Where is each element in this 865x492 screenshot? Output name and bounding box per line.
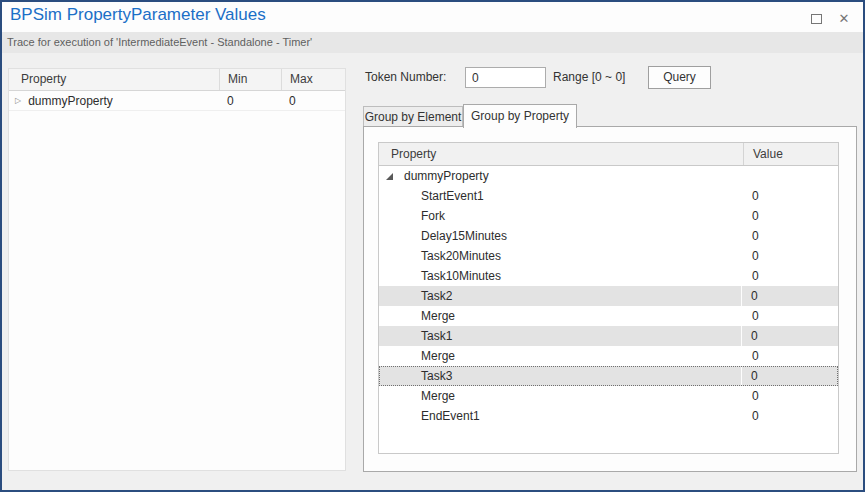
column-header-value: Value <box>743 143 838 165</box>
tab-group-by-element[interactable]: Group by Element <box>363 106 463 127</box>
property-name: Task1 <box>421 326 452 346</box>
table-row[interactable]: dummyProperty <box>379 166 838 186</box>
table-row[interactable]: Fork0 <box>379 206 838 226</box>
property-name: dummyProperty <box>28 91 113 111</box>
table-row[interactable]: EndEvent10 <box>379 406 838 426</box>
property-value-table-body: dummyPropertyStartEvent10Fork0Delay15Min… <box>379 166 838 426</box>
tree-collapsed-icon[interactable]: ▷ <box>15 91 21 111</box>
property-value: 0 <box>743 186 838 206</box>
table-row[interactable]: Merge0 <box>379 306 838 326</box>
property-name: dummyProperty <box>404 166 489 186</box>
property-name: Fork <box>421 206 445 226</box>
property-name: Merge <box>421 306 455 326</box>
table-row[interactable]: Merge0 <box>379 346 838 366</box>
range-label: Range [0 ~ 0] <box>553 66 625 88</box>
property-value: 0 <box>743 306 838 326</box>
table-row[interactable]: Delay15Minutes0 <box>379 226 838 246</box>
maximize-button[interactable] <box>805 10 827 27</box>
property-name: Merge <box>421 386 455 406</box>
property-value: 0 <box>742 366 838 386</box>
property-value: 0 <box>743 386 838 406</box>
max-value: 0 <box>281 91 345 110</box>
table-row[interactable]: Merge0 <box>379 386 838 406</box>
token-number-label: Token Number: <box>365 66 446 88</box>
property-value: 0 <box>743 246 838 266</box>
maximize-icon <box>811 14 822 24</box>
table-row[interactable]: StartEvent10 <box>379 186 838 206</box>
table-row[interactable]: Task10 <box>379 326 838 346</box>
column-header-max: Max <box>281 69 345 90</box>
window-controls: ✕ <box>805 10 855 27</box>
column-header-min: Min <box>219 69 281 90</box>
trace-subtitle: Trace for execution of 'IntermediateEven… <box>2 32 863 53</box>
property-name: Task20Minutes <box>421 246 501 266</box>
column-header-property: Property <box>379 143 743 165</box>
column-header-property: Property <box>9 69 219 90</box>
property-name: EndEvent1 <box>421 406 480 426</box>
property-value: 0 <box>743 266 838 286</box>
property-value: 0 <box>742 326 838 346</box>
property-value-table: Property Value dummyPropertyStartEvent10… <box>378 142 839 454</box>
property-name: Task10Minutes <box>421 266 501 286</box>
close-icon: ✕ <box>839 12 850 25</box>
property-value: 0 <box>743 346 838 366</box>
property-value <box>743 166 838 186</box>
property-name: Merge <box>421 346 455 366</box>
dialog-title: BPSim PropertyParameter Values <box>10 5 266 25</box>
table-row[interactable]: Task20Minutes0 <box>379 246 838 266</box>
table-row[interactable]: Task30 <box>379 366 838 386</box>
property-name: Task2 <box>421 286 452 306</box>
property-value: 0 <box>743 406 838 426</box>
table-row[interactable]: Task10Minutes0 <box>379 266 838 286</box>
property-value: 0 <box>743 226 838 246</box>
tab-group-by-property[interactable]: Group by Property <box>463 104 577 128</box>
property-name: StartEvent1 <box>421 186 484 206</box>
minmax-table: Property Min Max ▷dummyProperty00 <box>8 68 346 471</box>
table-row[interactable]: ▷dummyProperty00 <box>9 91 345 111</box>
bpsim-dialog-window: BPSim PropertyParameter Values ✕ Trace f… <box>0 0 865 492</box>
close-button[interactable]: ✕ <box>833 10 855 27</box>
token-number-input[interactable] <box>465 67 546 88</box>
property-value: 0 <box>743 206 838 226</box>
min-value: 0 <box>219 91 281 110</box>
table-row[interactable]: Task20 <box>379 286 838 306</box>
tree-expanded-icon[interactable] <box>386 173 393 180</box>
property-name: Task3 <box>421 366 452 386</box>
group-by-property-panel: Property Value dummyPropertyStartEvent10… <box>363 126 857 472</box>
property-value: 0 <box>742 286 838 306</box>
query-button[interactable]: Query <box>648 66 711 89</box>
minmax-table-header: Property Min Max <box>9 69 345 91</box>
property-value-table-header: Property Value <box>379 143 838 166</box>
title-bar: BPSim PropertyParameter Values ✕ <box>2 2 863 32</box>
property-name: Delay15Minutes <box>421 226 507 246</box>
minmax-table-body: ▷dummyProperty00 <box>9 91 345 111</box>
